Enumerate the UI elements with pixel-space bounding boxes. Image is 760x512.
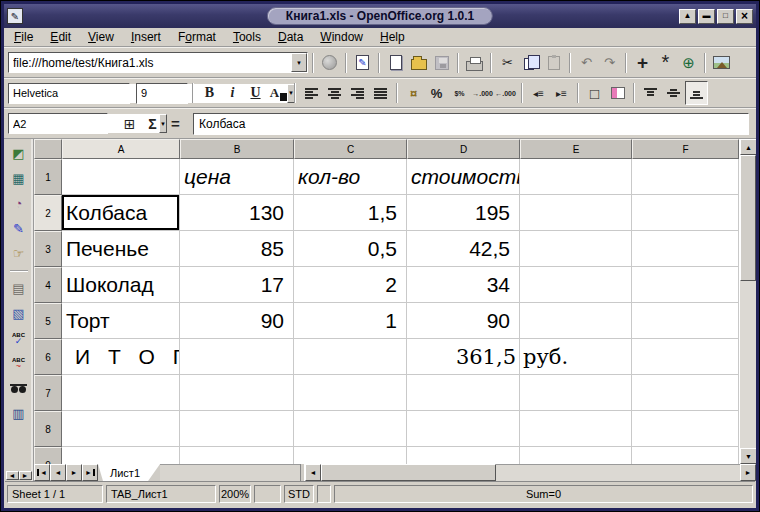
cell-C3[interactable]: 0,5 bbox=[294, 231, 407, 267]
column-header-A[interactable]: A bbox=[62, 139, 180, 159]
sum-button[interactable]: Σ bbox=[141, 113, 164, 135]
cell-E3[interactable] bbox=[520, 231, 632, 267]
cell-C2[interactable]: 1,5 bbox=[294, 195, 407, 231]
redo-button[interactable]: ↷ bbox=[598, 51, 621, 75]
cell-A3[interactable]: Печенье bbox=[62, 231, 180, 267]
menu-format[interactable]: Format bbox=[178, 30, 216, 44]
cell-A2[interactable]: Колбаса bbox=[62, 195, 180, 231]
gallery-button[interactable] bbox=[710, 51, 733, 75]
cell-F5[interactable] bbox=[632, 303, 739, 339]
cell-E8[interactable] bbox=[520, 411, 632, 447]
cell-B1[interactable]: цена bbox=[180, 159, 294, 195]
align-center-vertical-button[interactable] bbox=[662, 81, 685, 105]
url-input[interactable] bbox=[9, 53, 291, 72]
scroll-right-button[interactable]: ► bbox=[740, 464, 756, 481]
menu-view[interactable]: View bbox=[88, 30, 114, 44]
horizontal-scroll-track[interactable] bbox=[496, 464, 740, 481]
last-sheet-button[interactable]: ► bbox=[82, 464, 98, 481]
cell-D5[interactable]: 90 bbox=[407, 303, 520, 339]
number-format-standard-button[interactable]: $% bbox=[448, 81, 471, 105]
insert-cells-button[interactable]: ▦ bbox=[8, 169, 30, 188]
cell-C7[interactable] bbox=[294, 375, 407, 411]
cell-E7[interactable] bbox=[520, 375, 632, 411]
cell-A5[interactable]: Торт bbox=[62, 303, 180, 339]
undo-button[interactable]: ↶ bbox=[575, 51, 598, 75]
cell-E9[interactable] bbox=[520, 447, 632, 464]
data-sources-button[interactable]: ▥ bbox=[8, 404, 30, 423]
cell-C6[interactable] bbox=[294, 339, 407, 375]
form-functions-button[interactable]: ☞ bbox=[8, 244, 30, 263]
vertical-scrollbar[interactable]: ▲ ▼ bbox=[739, 139, 756, 464]
status-zoom[interactable]: 200% bbox=[219, 485, 251, 503]
cell-C9[interactable] bbox=[294, 447, 407, 464]
cell-F3[interactable] bbox=[632, 231, 739, 267]
new-document-button[interactable] bbox=[384, 51, 407, 75]
delete-decimal-button[interactable]: ←.000 bbox=[494, 81, 517, 105]
cell-B6[interactable] bbox=[180, 339, 294, 375]
row-header-3[interactable]: 3 bbox=[34, 231, 62, 267]
cell-F6[interactable] bbox=[632, 339, 739, 375]
next-sheet-button[interactable]: ► bbox=[66, 464, 82, 481]
cell-A7[interactable] bbox=[62, 375, 180, 411]
cell-A8[interactable] bbox=[62, 411, 180, 447]
function-button[interactable]: = bbox=[164, 113, 187, 135]
scroll-down-button[interactable]: ▼ bbox=[740, 448, 756, 464]
cell-F8[interactable] bbox=[632, 411, 739, 447]
draw-functions-button[interactable]: ✎ bbox=[8, 219, 30, 238]
menu-window[interactable]: Window bbox=[320, 30, 363, 44]
number-format-currency-button[interactable]: ¤ bbox=[402, 81, 425, 105]
background-color-button[interactable] bbox=[606, 81, 629, 105]
formula-input[interactable] bbox=[193, 113, 749, 135]
stylist-button[interactable]: * bbox=[654, 51, 677, 75]
cell-F1[interactable] bbox=[632, 159, 739, 195]
url-dropdown-button[interactable]: ▼ bbox=[291, 53, 307, 72]
align-center-button[interactable] bbox=[323, 81, 346, 105]
decrease-indent-button[interactable]: ◂≡ bbox=[527, 81, 550, 105]
autoformat-button[interactable]: ▤ bbox=[8, 279, 30, 298]
row-header-7[interactable]: 7 bbox=[34, 375, 62, 411]
spellcheck-button[interactable]: ABC✓ bbox=[8, 329, 30, 348]
cell-A9[interactable] bbox=[62, 447, 180, 464]
maximize-button[interactable]: □ bbox=[717, 9, 734, 24]
row-header-5[interactable]: 5 bbox=[34, 303, 62, 339]
cell-C5[interactable]: 1 bbox=[294, 303, 407, 339]
status-selection-mode[interactable]: STD bbox=[284, 485, 314, 503]
navigator-button[interactable]: + bbox=[631, 51, 654, 75]
paste-button[interactable] bbox=[542, 51, 565, 75]
insert-button[interactable]: ◩ bbox=[8, 144, 30, 163]
toolbar-scroll-right-button[interactable]: ► bbox=[19, 471, 32, 480]
choose-themes-button[interactable]: ▧ bbox=[8, 304, 30, 323]
cell-E6[interactable]: руб. bbox=[520, 339, 632, 375]
cell-E5[interactable] bbox=[520, 303, 632, 339]
align-left-button[interactable] bbox=[300, 81, 323, 105]
column-header-B[interactable]: B bbox=[180, 139, 294, 159]
align-justify-button[interactable] bbox=[369, 81, 392, 105]
cell-B7[interactable] bbox=[180, 375, 294, 411]
align-bottom-button[interactable] bbox=[685, 81, 708, 105]
row-header-4[interactable]: 4 bbox=[34, 267, 62, 303]
cell-D3[interactable]: 42,5 bbox=[407, 231, 520, 267]
menu-tools[interactable]: Tools bbox=[233, 30, 261, 44]
cell-B8[interactable] bbox=[180, 411, 294, 447]
insert-object-button[interactable]: ◔ bbox=[8, 194, 30, 213]
cell-C4[interactable]: 2 bbox=[294, 267, 407, 303]
edit-file-button[interactable]: ✎ bbox=[351, 51, 374, 75]
cell-D2[interactable]: 195 bbox=[407, 195, 520, 231]
cut-button[interactable]: ✂ bbox=[496, 51, 519, 75]
cell-E1[interactable] bbox=[520, 159, 632, 195]
cell-C1[interactable]: кол-во bbox=[294, 159, 407, 195]
auto-spellcheck-button[interactable]: ABC~ bbox=[8, 354, 30, 373]
number-format-percent-button[interactable]: % bbox=[425, 81, 448, 105]
increase-indent-button[interactable]: ▸≡ bbox=[550, 81, 573, 105]
cell-B5[interactable]: 90 bbox=[180, 303, 294, 339]
column-header-D[interactable]: D bbox=[407, 139, 520, 159]
cell-A4[interactable]: Шоколад bbox=[62, 267, 180, 303]
align-top-button[interactable] bbox=[639, 81, 662, 105]
align-right-button[interactable] bbox=[346, 81, 369, 105]
cell-E4[interactable] bbox=[520, 267, 632, 303]
column-header-F[interactable]: F bbox=[632, 139, 739, 159]
row-header-2[interactable]: 2 bbox=[34, 195, 62, 231]
shade-button[interactable]: ▲ bbox=[679, 9, 696, 24]
cell-B3[interactable]: 85 bbox=[180, 231, 294, 267]
italic-button[interactable]: i bbox=[221, 81, 244, 105]
